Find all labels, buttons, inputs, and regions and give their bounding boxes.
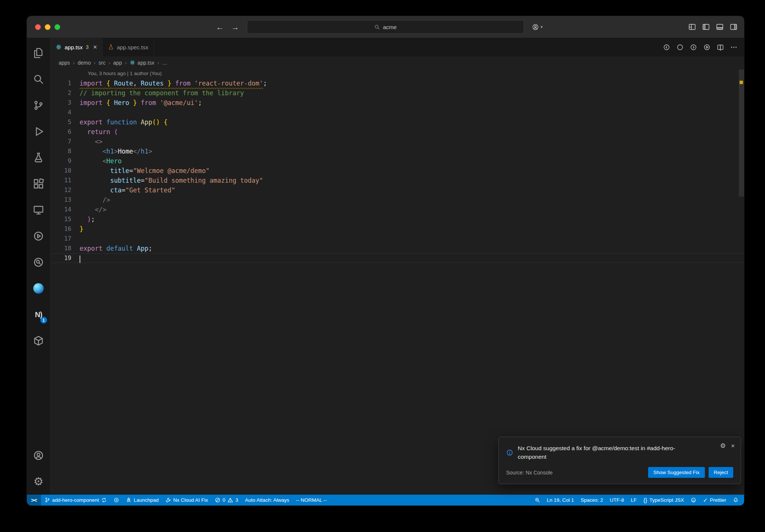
status-remote-indicator[interactable]: >< bbox=[27, 495, 41, 505]
split-editor-icon[interactable] bbox=[717, 44, 724, 51]
notification-settings-gear-icon[interactable]: ⚙ bbox=[720, 443, 726, 449]
smiley-icon bbox=[691, 497, 696, 503]
status-encoding[interactable]: UTF-8 bbox=[607, 495, 628, 505]
breadcrumb-item[interactable]: … bbox=[162, 60, 167, 66]
activity-item-remote-explorer[interactable] bbox=[27, 197, 50, 223]
status-label: Ln 19, Col 1 bbox=[547, 497, 574, 503]
accounts-icon bbox=[33, 450, 44, 461]
breadcrumb-item[interactable]: app.tsx bbox=[130, 60, 154, 66]
activity-item-accounts[interactable] bbox=[27, 442, 50, 468]
status-auto-attach[interactable]: Auto Attach: Always bbox=[242, 495, 293, 505]
profile-menu[interactable]: ▾ bbox=[532, 16, 543, 38]
code-line[interactable]: 19 bbox=[50, 253, 744, 263]
code-line[interactable]: 13 /> bbox=[50, 195, 744, 205]
close-tab-icon[interactable]: × bbox=[93, 44, 97, 50]
code-line[interactable]: 16} bbox=[50, 224, 744, 234]
status-label: TypeScript JSX bbox=[650, 497, 684, 503]
tab-app-tsx[interactable]: app.tsx3× bbox=[50, 38, 103, 56]
notification-message: Nx Cloud suggested a fix for @acme/demo:… bbox=[518, 444, 686, 461]
reject-button[interactable]: Reject bbox=[709, 467, 733, 478]
minimize-window-button[interactable] bbox=[45, 24, 50, 30]
activity-item-search[interactable] bbox=[27, 66, 50, 92]
code-line-content: title="Welcmoe @acme/demo" bbox=[80, 166, 210, 176]
close-window-button[interactable] bbox=[35, 24, 41, 30]
activity-item-testing[interactable] bbox=[27, 145, 50, 171]
code-line[interactable]: 7 <> bbox=[50, 137, 744, 146]
codelens[interactable]: You, 3 hours ago | 1 author (You) bbox=[50, 69, 744, 78]
status-zoom-indicator[interactable] bbox=[531, 495, 543, 505]
code-line[interactable]: 2// importing the component from the lib… bbox=[50, 88, 744, 98]
toggle-panel-icon[interactable] bbox=[716, 23, 724, 31]
tab-problems-badge: 3 bbox=[86, 44, 89, 50]
navigate-back-icon[interactable]: ← bbox=[216, 23, 224, 31]
code-line[interactable]: 17 bbox=[50, 234, 744, 244]
status-language-mode[interactable]: {}TypeScript JSX bbox=[640, 495, 687, 505]
activity-item-source-control[interactable] bbox=[27, 92, 50, 118]
breadcrumb-item[interactable]: app bbox=[113, 60, 122, 66]
notification-toast: Nx Cloud suggested a fix for @acme/demo:… bbox=[498, 437, 741, 485]
code-line[interactable]: 8 <h1>Home</h1> bbox=[50, 146, 744, 156]
code-line[interactable]: 4 bbox=[50, 108, 744, 117]
code-line[interactable]: 3import { Hero } from '@acme/ui'; bbox=[50, 98, 744, 108]
status-launchpad[interactable]: Launchpad bbox=[123, 495, 162, 505]
code-line[interactable]: 11 subtitle="Build something amazing tod… bbox=[50, 176, 744, 185]
status-formatter-prettier[interactable]: ✓Prettier bbox=[700, 495, 730, 505]
activity-item-explorer[interactable] bbox=[27, 40, 50, 66]
toggle-primary-sidebar-icon[interactable] bbox=[702, 23, 710, 31]
status-nx-target[interactable] bbox=[110, 495, 123, 505]
status-problems[interactable]: 03 bbox=[211, 495, 242, 505]
file-type-icon bbox=[108, 44, 114, 50]
code-line-content: // importing the component from the libr… bbox=[80, 88, 244, 98]
warning-icon bbox=[227, 497, 233, 503]
show-suggested-fix-button[interactable]: Show Suggested Fix bbox=[648, 467, 705, 478]
code-line[interactable]: 14 </> bbox=[50, 205, 744, 214]
activity-item-run-and-debug[interactable] bbox=[27, 118, 50, 145]
scrollbar[interactable] bbox=[739, 69, 744, 197]
code-line[interactable]: 12 cta="Get Started" bbox=[50, 185, 744, 195]
status-label: LF bbox=[631, 497, 637, 503]
status-cursor-position[interactable]: Ln 19, Col 1 bbox=[543, 495, 577, 505]
command-center[interactable]: acme bbox=[247, 20, 524, 34]
code-line[interactable]: 10 title="Welcmoe @acme/demo" bbox=[50, 166, 744, 176]
navigate-forward-icon[interactable]: → bbox=[231, 23, 239, 31]
code-line[interactable]: 5export function App() { bbox=[50, 117, 744, 127]
status-indentation[interactable]: Spaces: 2 bbox=[577, 495, 607, 505]
line-number: 16 bbox=[50, 224, 80, 234]
breadcrumb-item[interactable]: src bbox=[99, 60, 106, 66]
code-line[interactable]: 9 <Hero bbox=[50, 156, 744, 166]
zoom-window-button[interactable] bbox=[55, 24, 60, 30]
customize-layout-icon[interactable] bbox=[688, 23, 696, 31]
status-vim-mode[interactable]: -- NORMAL -- bbox=[292, 495, 330, 505]
activity-item-dependencies[interactable] bbox=[27, 328, 50, 354]
code-line[interactable]: 6 return ( bbox=[50, 127, 744, 137]
activity-item-nx-console[interactable]: N)1 bbox=[27, 301, 50, 328]
code-line[interactable]: 15 ); bbox=[50, 214, 744, 224]
run-file-icon[interactable] bbox=[703, 44, 710, 51]
activity-item-extensions[interactable] bbox=[27, 171, 50, 197]
code-area[interactable]: You, 3 hours ago | 1 author (You) 1impor… bbox=[50, 69, 744, 495]
breakpoint-icon[interactable] bbox=[676, 44, 684, 51]
activity-item-edge-tools[interactable] bbox=[27, 275, 50, 301]
navigate-back-icon[interactable] bbox=[663, 44, 670, 51]
breadcrumb-item[interactable]: demo bbox=[78, 60, 91, 66]
status-feedback[interactable] bbox=[687, 495, 700, 505]
status-nx-cloud-ai-fix[interactable]: Nx Cloud AI Fix bbox=[162, 495, 211, 505]
file-type-icon bbox=[56, 44, 62, 50]
tab-app-spec-tsx[interactable]: app.spec.tsx bbox=[103, 38, 154, 56]
activity-item-code-search[interactable] bbox=[27, 249, 50, 275]
status-eol[interactable]: LF bbox=[628, 495, 640, 505]
code-line[interactable]: 18export default App; bbox=[50, 244, 744, 253]
close-notification-icon[interactable]: × bbox=[731, 443, 735, 449]
more-actions-icon[interactable] bbox=[730, 44, 737, 51]
activity-item-live-preview[interactable] bbox=[27, 223, 50, 249]
status-git-branch[interactable]: add-hero-component bbox=[41, 495, 110, 505]
activity-item-manage[interactable]: ⚙ bbox=[27, 468, 50, 495]
code-line-content bbox=[80, 253, 80, 263]
breadcrumb-item[interactable]: apps bbox=[59, 60, 70, 66]
live-preview-icon bbox=[33, 231, 44, 242]
navigate-forward-icon[interactable] bbox=[690, 44, 697, 51]
status-notifications-bell[interactable] bbox=[730, 495, 742, 505]
toggle-secondary-sidebar-icon[interactable] bbox=[730, 23, 737, 31]
code-line[interactable]: 1import { Route, Routes } from 'react-ro… bbox=[50, 78, 744, 88]
vscode-window: ←→ acme ▾ N)1 ⚙ app.tsx3×app.spec.tsx ap… bbox=[27, 16, 744, 505]
